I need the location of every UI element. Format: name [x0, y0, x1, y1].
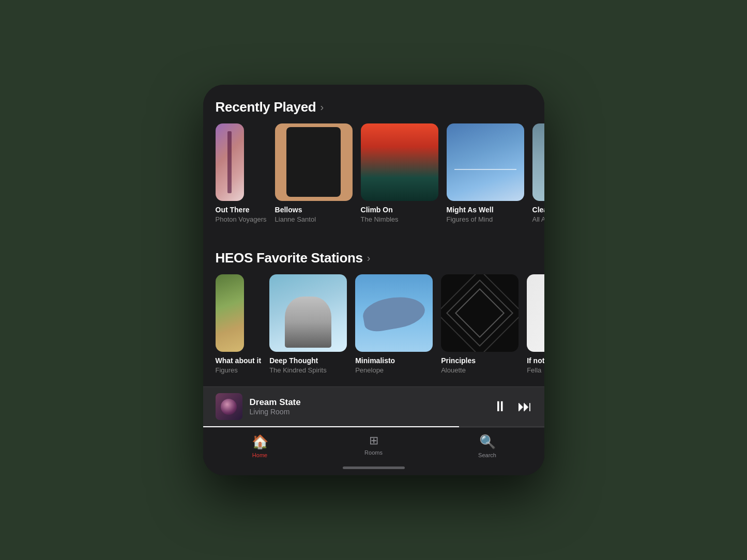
card-what-about-it[interactable]: What about it Figures — [216, 274, 262, 374]
card-art-climb-on — [361, 123, 438, 201]
card-art-principles — [441, 274, 519, 352]
now-playing-controls: ⏸ ⏭ — [493, 399, 532, 414]
recently-played-row-wrapper: Out There Photon Voyagers Bellows Lianne… — [203, 123, 544, 236]
now-playing-bar[interactable]: Dream State Living Room ⏸ ⏭ — [203, 386, 544, 426]
search-icon: 🔍 — [479, 434, 496, 450]
card-title-minimalisto: Minimalisto — [355, 356, 433, 365]
card-clean-serene[interactable]: Clean and Serene All At Once Again — [532, 123, 544, 223]
card-subtitle-principles: Alouette — [441, 366, 519, 374]
card-subtitle-bellows: Lianne Santol — [275, 215, 353, 223]
scroll-area: Recently Played › Out There Photon Voyag… — [203, 85, 544, 475]
tab-bar: 🏠 Home ⊞ Rooms 🔍 Search — [203, 427, 544, 462]
home-bar — [343, 466, 405, 469]
card-subtitle-deep-thought: The Kindred Spirits — [269, 366, 347, 374]
card-art-if-not-then-when — [527, 274, 544, 352]
card-title-bellows: Bellows — [275, 205, 353, 214]
recently-played-title: Recently Played — [216, 99, 316, 115]
heos-stations-chevron: › — [367, 252, 371, 264]
phone-container: Recently Played › Out There Photon Voyag… — [203, 85, 544, 475]
card-subtitle-if-not-then-when: Fella — [527, 366, 544, 374]
tab-home[interactable]: 🏠 Home — [239, 434, 281, 458]
card-art-clean-serene — [532, 123, 544, 201]
heos-stations-header[interactable]: HEOS Favorite Stations › — [203, 236, 544, 274]
progress-bar — [203, 426, 544, 427]
next-button[interactable]: ⏭ — [517, 399, 532, 414]
card-subtitle-climb-on: The Nimbles — [361, 215, 438, 223]
card-art-minimalisto — [355, 274, 433, 352]
stations-row-wrapper: What about it Figures Deep Thought The K… — [203, 274, 544, 386]
card-title-deep-thought: Deep Thought — [269, 356, 347, 365]
card-title-principles: Principles — [441, 356, 519, 365]
stations-row: What about it Figures Deep Thought The K… — [203, 274, 544, 386]
now-playing-info: Dream State Living Room — [250, 397, 485, 416]
now-playing-artwork — [216, 393, 242, 420]
card-subtitle-clean-serene: All At Once Again — [532, 215, 544, 223]
card-minimalisto[interactable]: Minimalisto Penelope — [355, 274, 433, 374]
pause-button[interactable]: ⏸ — [493, 399, 507, 414]
card-art-out-there — [216, 123, 244, 201]
card-art-what-about-it — [216, 274, 244, 352]
card-art-bellows — [275, 123, 353, 201]
card-out-there[interactable]: Out There Photon Voyagers — [216, 123, 267, 223]
card-subtitle-minimalisto: Penelope — [355, 366, 433, 374]
rooms-icon: ⊞ — [369, 434, 378, 447]
card-title-out-there: Out There — [216, 205, 267, 214]
tab-rooms-label: Rooms — [364, 449, 383, 456]
card-subtitle-what-about-it: Figures — [216, 366, 262, 374]
tab-home-label: Home — [252, 452, 267, 458]
card-art-might-as-well — [447, 123, 524, 201]
card-bellows[interactable]: Bellows Lianne Santol — [275, 123, 353, 223]
tab-rooms[interactable]: ⊞ Rooms — [353, 434, 394, 458]
card-subtitle-out-there: Photon Voyagers — [216, 215, 267, 223]
now-playing-title: Dream State — [250, 397, 485, 408]
card-title-if-not-then-when: If not, then when? — [527, 356, 544, 365]
card-title-what-about-it: What about it — [216, 356, 262, 365]
card-subtitle-might-as-well: Figures of Mind — [447, 215, 524, 223]
card-might-as-well[interactable]: Might As Well Figures of Mind — [447, 123, 524, 223]
progress-fill — [203, 426, 459, 427]
card-principles[interactable]: Principles Alouette — [441, 274, 519, 374]
card-title-clean-serene: Clean and Serene — [532, 205, 544, 214]
now-playing-room: Living Room — [250, 408, 485, 416]
home-icon: 🏠 — [252, 434, 268, 450]
recently-played-header[interactable]: Recently Played › — [203, 85, 544, 123]
home-indicator — [203, 462, 544, 475]
card-title-might-as-well: Might As Well — [447, 205, 524, 214]
card-deep-thought[interactable]: Deep Thought The Kindred Spirits — [269, 274, 347, 374]
card-if-not-then-when[interactable]: If not, then when? Fella — [527, 274, 544, 374]
card-title-climb-on: Climb On — [361, 205, 438, 214]
card-climb-on[interactable]: Climb On The Nimbles — [361, 123, 438, 223]
tab-search-label: Search — [478, 452, 496, 458]
heos-stations-title: HEOS Favorite Stations — [216, 250, 363, 266]
tab-search[interactable]: 🔍 Search — [467, 434, 508, 458]
recently-played-chevron: › — [320, 101, 324, 113]
card-art-deep-thought — [269, 274, 347, 352]
recently-played-row: Out There Photon Voyagers Bellows Lianne… — [203, 123, 544, 236]
